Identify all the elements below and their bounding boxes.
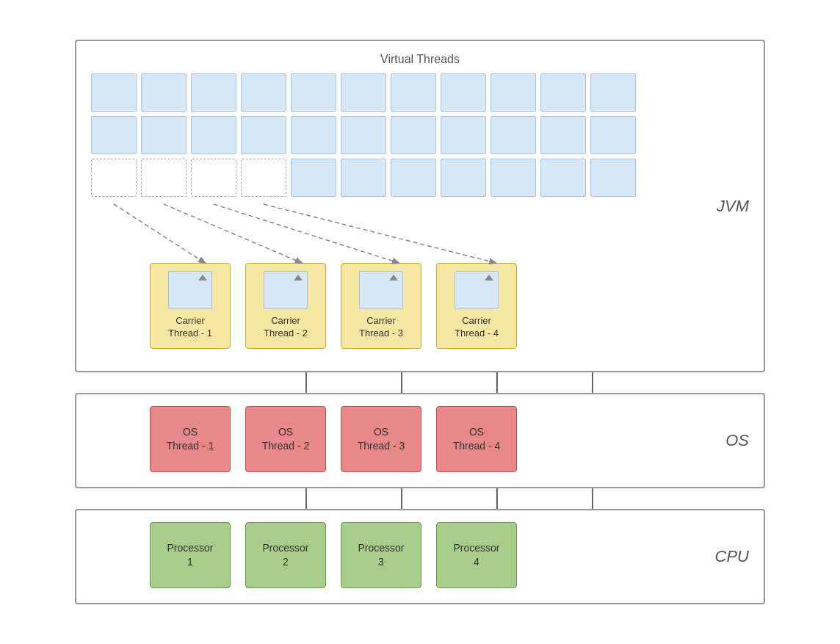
os-label: OS: [725, 431, 749, 450]
carrier-thread-label: Carrier Thread - 1: [161, 315, 220, 340]
os-thread-label: OSThread - 4: [453, 425, 501, 454]
vt-cell: [191, 116, 236, 154]
processor-label: Processor4: [453, 541, 499, 570]
processor-4: Processor4: [436, 522, 517, 588]
connector-line-1: [266, 372, 347, 393]
os-thread-4: OSThread - 4: [436, 406, 517, 472]
connector-line-1: [266, 488, 347, 509]
vt-cell: [141, 116, 187, 154]
os-thread-label: OSThread - 2: [262, 425, 310, 454]
vt-cell: [141, 73, 187, 112]
carrier-inner-box: [264, 271, 308, 309]
vt-cell: [391, 116, 436, 154]
vt-cell: [341, 116, 386, 154]
connector-line-3: [457, 488, 537, 509]
vt-cell: [341, 159, 386, 197]
os-thread-label: OSThread - 3: [358, 425, 405, 454]
carrier-thread-3: Carrier Thread - 3: [341, 263, 421, 350]
processor-label: Processor2: [262, 541, 308, 570]
vt-cell: [241, 73, 286, 112]
arrows-container: [91, 204, 749, 263]
carrier-thread-label: Carrier Thread - 2: [256, 315, 315, 340]
connector-line-4: [552, 372, 633, 393]
vt-cell: [540, 73, 586, 112]
processor-1: Processor1: [150, 522, 231, 588]
os-threads-row: OSThread - 1 OSThread - 2 OSThread - 3 O…: [91, 406, 749, 472]
carrier-inner-box: [359, 271, 403, 309]
vt-cell: [291, 73, 336, 112]
vt-cell-dashed: [91, 159, 137, 197]
svg-line-1: [164, 204, 302, 263]
processor-label: Processor1: [167, 541, 213, 570]
os-thread-1: OSThread - 1: [150, 406, 231, 472]
connector-line-3: [457, 372, 537, 393]
vt-cell: [490, 116, 536, 154]
vt-grid: [91, 73, 749, 197]
processor-3: Processor3: [341, 522, 421, 588]
carrier-threads-row: Carrier Thread - 1 Carrier Thread - 2 Ca…: [91, 263, 749, 357]
vt-cell-dashed: [141, 159, 187, 197]
vt-cell: [590, 73, 636, 112]
vt-cell: [441, 159, 486, 197]
os-thread-2: OSThread - 2: [245, 406, 326, 472]
vt-row-3: [91, 159, 749, 197]
vt-cell-dashed: [191, 159, 236, 197]
connector-line-2: [361, 372, 442, 393]
processor-2: Processor2: [245, 522, 326, 588]
cpu-box: Processor1 Processor2 Processor3 Process…: [75, 509, 765, 604]
cpu-label: CPU: [715, 547, 749, 566]
dashed-arrows-svg: [91, 204, 749, 263]
os-box: OSThread - 1 OSThread - 2 OSThread - 3 O…: [75, 393, 765, 488]
vt-cell: [291, 116, 336, 154]
vt-cell: [91, 116, 137, 154]
carrier-thread-label: Carrier Thread - 3: [352, 315, 410, 340]
vt-cell: [91, 73, 137, 112]
vt-cell: [341, 73, 386, 112]
vt-cell: [490, 73, 536, 112]
svg-line-3: [264, 204, 496, 263]
vt-cell-dashed: [241, 159, 286, 197]
processors-row: Processor1 Processor2 Processor3 Process…: [91, 522, 749, 588]
vt-cell: [590, 116, 636, 154]
os-thread-label: OSThread - 1: [167, 425, 214, 454]
jvm-os-connector: [207, 372, 633, 393]
vt-row-1: [91, 73, 749, 112]
vt-cell: [441, 116, 486, 154]
vt-cell: [191, 73, 236, 112]
carrier-inner-box: [168, 271, 212, 309]
diagram: Virtual Threads: [68, 32, 772, 612]
vt-cell: [391, 73, 436, 112]
carrier-thread-2: Carrier Thread - 2: [245, 263, 326, 350]
jvm-label: JVM: [717, 197, 749, 216]
connector-line-2: [361, 488, 442, 509]
virtual-threads-label: Virtual Threads: [91, 53, 749, 66]
vt-cell: [291, 159, 336, 197]
carrier-thread-label: Carrier Thread - 4: [447, 315, 506, 340]
vt-cell: [540, 116, 586, 154]
jvm-box: Virtual Threads: [75, 40, 765, 373]
os-cpu-connector: [207, 488, 633, 509]
svg-line-2: [214, 204, 399, 263]
carrier-thread-1: Carrier Thread - 1: [150, 263, 231, 350]
vt-row-2: [91, 116, 749, 154]
vt-cell: [490, 159, 536, 197]
svg-line-0: [114, 204, 205, 263]
processor-label: Processor3: [358, 541, 404, 570]
vt-cell: [441, 73, 486, 112]
vt-cell: [540, 159, 586, 197]
vt-cell: [590, 159, 636, 197]
os-thread-3: OSThread - 3: [341, 406, 421, 472]
vt-cell: [241, 116, 286, 154]
vt-cell: [391, 159, 436, 197]
carrier-thread-4: Carrier Thread - 4: [436, 263, 517, 350]
carrier-inner-box: [455, 271, 499, 309]
connector-line-4: [552, 488, 633, 509]
